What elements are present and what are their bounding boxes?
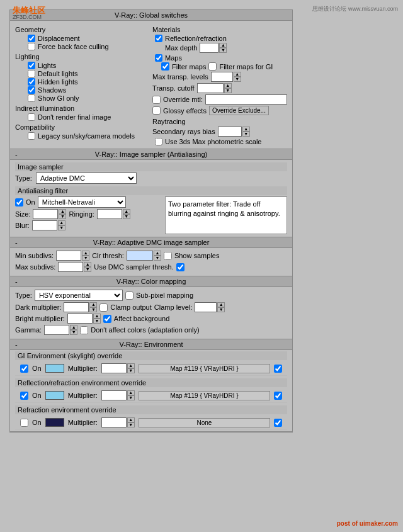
gi-mult-up[interactable]: ▲	[127, 363, 135, 368]
ref-color-swatch[interactable]	[45, 391, 64, 400]
clr-thresh-input[interactable]: 0,01	[127, 251, 153, 261]
refr-color-swatch[interactable]	[45, 418, 64, 427]
min-subdivs-input[interactable]: 1	[56, 251, 81, 261]
dark-mult-down[interactable]: ▼	[89, 307, 97, 312]
use-3ds-row: Use 3ds Max photometric scale	[152, 138, 287, 145]
size-down[interactable]: ▼	[59, 214, 66, 219]
refr-multiplier-input[interactable]: 1,0	[101, 417, 127, 427]
dark-mult-up[interactable]: ▲	[89, 302, 97, 307]
max-transp-input[interactable]: 50	[211, 72, 233, 82]
default-lights-checkbox[interactable]	[28, 70, 35, 77]
ref-mult-down[interactable]: ▼	[127, 395, 135, 400]
secondary-rays-down[interactable]: ▼	[242, 132, 250, 137]
transp-cutoff-input[interactable]: 0,001	[197, 83, 224, 93]
clamp-level-up[interactable]: ▲	[217, 302, 225, 307]
bright-mult-row: Bright multiplier: 2,0 ▲ ▼ Affect backgr…	[15, 314, 287, 324]
shadows-checkbox[interactable]	[28, 86, 35, 94]
aa-filter-select[interactable]: Mitchell-Netravali Area Cubic	[38, 196, 126, 208]
gi-multiplier-input[interactable]: 1,0	[101, 363, 127, 373]
refr-map-btn[interactable]: None	[139, 418, 270, 427]
filter-maps-checkbox[interactable]	[161, 62, 169, 71]
bright-mult-down[interactable]: ▼	[93, 319, 101, 324]
max-depth-input[interactable]: 2	[200, 43, 219, 53]
reflection-checkbox[interactable]	[155, 35, 162, 42]
transp-cutoff-up[interactable]: ▲	[224, 83, 232, 88]
clamp-level-down[interactable]: ▼	[217, 307, 225, 312]
transp-cutoff-down[interactable]: ▼	[224, 88, 232, 93]
show-gi-checkbox[interactable]	[28, 94, 35, 102]
lights-checkbox[interactable]	[28, 62, 35, 69]
glossy-override-btn[interactable]: Override Exclude...	[209, 106, 269, 115]
ref-on-checkbox[interactable]	[20, 392, 28, 400]
show-samples-checkbox[interactable]	[164, 252, 172, 260]
size-input[interactable]: 4,0	[33, 209, 58, 219]
filter-maps-gi-checkbox[interactable]	[208, 62, 217, 71]
gi-env-row: On Multiplier: 1,0 ▲ ▼ Map #119 { VRayHD…	[15, 361, 287, 376]
ringing-up[interactable]: ▲	[123, 209, 130, 214]
cm-collapse-icon[interactable]: -	[15, 278, 18, 285]
glossy-checkbox[interactable]	[152, 106, 161, 115]
size-up[interactable]: ▲	[59, 209, 66, 214]
use-dmc-checkbox[interactable]	[176, 263, 184, 271]
override-mtl-checkbox[interactable]	[152, 96, 161, 104]
bright-mult-up[interactable]: ▲	[93, 314, 101, 319]
clr-thresh-up[interactable]: ▲	[154, 251, 161, 256]
aa-on-checkbox[interactable]	[15, 198, 23, 207]
ref-multiplier-input[interactable]: 1,0	[101, 390, 127, 400]
ringing-input[interactable]: 0,333	[97, 209, 122, 219]
admc-collapse-icon[interactable]: -	[15, 239, 18, 246]
blur-up[interactable]: ▲	[58, 220, 65, 225]
max-subdivs-input[interactable]: 4	[58, 262, 83, 272]
max-transp-up[interactable]: ▲	[234, 72, 241, 77]
override-mtl-input[interactable]: None	[205, 94, 287, 105]
gi-map-btn[interactable]: Map #119 { VRayHDRI }	[139, 364, 270, 373]
affect-bg-checkbox[interactable]	[103, 315, 111, 323]
gi-map-checkbox[interactable]	[274, 365, 282, 373]
gi-mult-down[interactable]: ▼	[127, 368, 135, 373]
bright-mult-input[interactable]: 2,0	[67, 314, 93, 324]
blur-down[interactable]: ▼	[58, 225, 65, 230]
force-back-checkbox[interactable]	[28, 43, 35, 50]
is-collapse-icon[interactable]: -	[15, 150, 18, 158]
refr-mult-up[interactable]: ▲	[127, 417, 135, 422]
ref-mult-up[interactable]: ▲	[127, 390, 135, 395]
is-type-select[interactable]: Adaptive DMC Fixed Adaptive subdivision	[36, 173, 137, 184]
hidden-lights-checkbox[interactable]	[28, 78, 35, 86]
refr-mult-down[interactable]: ▼	[127, 422, 135, 427]
dont-render-checkbox[interactable]	[28, 113, 35, 121]
sub-pixel-checkbox[interactable]	[125, 291, 133, 300]
ref-map-btn[interactable]: Map #119 { VRayHDRI }	[139, 391, 270, 400]
refr-on-checkbox[interactable]	[20, 419, 28, 427]
min-subdivs-up[interactable]: ▲	[82, 251, 89, 256]
max-transp-down[interactable]: ▼	[234, 77, 241, 82]
cm-type-select[interactable]: HSV exponential Linear multiply Exponent…	[35, 290, 123, 301]
refr-map-checkbox[interactable]	[274, 419, 282, 427]
clamp-output-checkbox[interactable]	[99, 303, 108, 312]
clr-thresh-down[interactable]: ▼	[154, 256, 161, 261]
gamma-down[interactable]: ▼	[70, 330, 77, 335]
max-depth-up[interactable]: ▲	[219, 43, 227, 48]
gamma-up[interactable]: ▲	[70, 325, 77, 330]
blur-input[interactable]: 0,333	[32, 220, 57, 230]
env-collapse-icon[interactable]: -	[15, 341, 18, 348]
displacement-checkbox[interactable]	[28, 35, 35, 42]
gamma-input[interactable]: 1,2	[44, 325, 69, 335]
secondary-rays-input[interactable]: 0,0	[218, 127, 242, 137]
legacy-sun-checkbox[interactable]	[28, 132, 35, 140]
ringing-down[interactable]: ▼	[123, 214, 130, 219]
color-mapping-title: V-Ray:: Color mapping	[116, 278, 186, 285]
ref-map-checkbox[interactable]	[274, 392, 282, 400]
gi-color-swatch[interactable]	[45, 364, 64, 373]
dark-mult-input[interactable]: 1,0	[64, 302, 89, 312]
max-subdivs-down[interactable]: ▼	[84, 267, 91, 272]
secondary-rays-up[interactable]: ▲	[242, 127, 250, 132]
clamp-level-input[interactable]: 1,0	[195, 302, 217, 312]
min-subdivs-down[interactable]: ▼	[82, 256, 89, 261]
image-sampler-section: - V-Ray:: Image sampler (Antialiasing) I…	[10, 149, 292, 237]
gi-on-checkbox[interactable]	[20, 365, 28, 373]
dont-affect-checkbox[interactable]	[80, 326, 88, 334]
max-subdivs-up[interactable]: ▲	[84, 262, 91, 267]
maps-checkbox[interactable]	[155, 54, 162, 62]
use-3ds-checkbox[interactable]	[155, 138, 162, 145]
max-depth-down[interactable]: ▼	[219, 48, 227, 53]
